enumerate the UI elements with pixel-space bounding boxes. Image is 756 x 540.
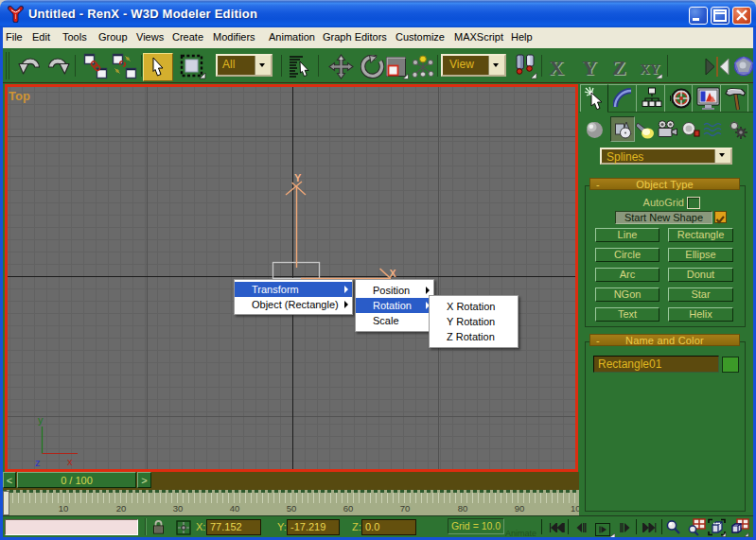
svg-text:z: z xyxy=(35,457,41,468)
svg-text:y: y xyxy=(38,414,44,426)
svg-text:X: X xyxy=(390,268,396,279)
svg-text:x: x xyxy=(67,456,73,467)
svg-text:Y: Y xyxy=(294,172,302,183)
